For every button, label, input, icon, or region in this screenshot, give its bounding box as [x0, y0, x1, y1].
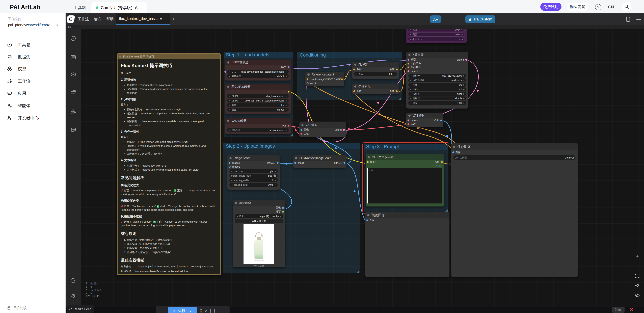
help-icon[interactable]: ? [595, 4, 602, 10]
model-library-icon[interactable] [70, 71, 77, 78]
port-unet-widget-in[interactable] [224, 71, 226, 73]
comfyui-logo[interactable]: C [67, 16, 75, 23]
pai-artlab-logo[interactable]: PAI ArtLab [10, 4, 40, 11]
batch-count-stepper[interactable]: ^ 1 [200, 308, 202, 313]
node-clip-text-encode[interactable]: CLIP文本编码器 CLIP 条件 ○ ⚙ ◧ [366, 154, 444, 206]
node-load-image[interactable]: 加载图像 图像 遮罩 ◀图像output (2) (1).webp▶ 选择文件上… [233, 200, 285, 267]
widget-clip-type[interactable]: ◀类型flux▶ [227, 103, 289, 107]
widget-sampler[interactable]: ◀采样器euler▶ [408, 92, 466, 96]
port-latent-out[interactable] [343, 129, 345, 131]
widget-scheduler[interactable]: ◀调度器simple▶ [408, 96, 466, 100]
collapse-dot[interactable] [230, 157, 232, 159]
user-avatar[interactable] [622, 2, 631, 12]
port-model-in[interactable] [408, 59, 410, 60]
port-vae-out[interactable] [288, 125, 290, 126]
node-flux-guidance[interactable]: Flux引导 条件 条件 ◀ 引导 2.5▶ [352, 62, 399, 79]
paicustom-button[interactable]: PaiCustom [466, 16, 495, 23]
sidebar-item-developer-center[interactable]: 开发者中心 [0, 112, 66, 123]
menu-workflow[interactable]: 工作流 [78, 16, 89, 22]
run-button[interactable]: ▷ 运行 ∨ [168, 307, 197, 313]
gallery-icon[interactable] [70, 126, 77, 134]
collapse-dot[interactable] [295, 157, 297, 159]
node-unet-loader[interactable]: UNET加载器 模型 ◀U ... flux1-dev-kontext_fp8_… [225, 60, 291, 80]
widget-image-file[interactable]: ◀图像output (2) (1).webp▶ [235, 214, 283, 218]
node-vae-encode[interactable]: VAE编码 图像 Latent VAE [299, 122, 346, 137]
widget-seed[interactable]: ◀随机种880751274216292▶ [408, 74, 466, 78]
collapse-dot[interactable] [453, 146, 455, 148]
translate-button[interactable]: 文A [430, 16, 441, 23]
close-feed-icon[interactable]: × [628, 306, 635, 313]
widget-control-after-generate[interactable]: ◀运行后操作randomize▶ [408, 78, 466, 82]
port-image-out[interactable] [440, 120, 442, 121]
drag-handle[interactable]: ⋮⋮ [158, 309, 165, 313]
widget-vae-name[interactable]: ◀vae名称ae.safetensors▶ [227, 128, 289, 132]
port-conditioning-out[interactable] [341, 78, 343, 80]
cancel-run-icon[interactable]: × [205, 308, 208, 313]
widget-filename-prefix[interactable]: 文件名前缀 ComfyUI [453, 155, 576, 160]
menu-help[interactable]: 帮助 [106, 16, 114, 22]
widget-height[interactable]: ◀高度1024▶ [408, 32, 465, 36]
gear-icon[interactable]: ⚙ [436, 164, 438, 167]
menu-edit[interactable]: 编辑 [94, 16, 101, 22]
node-image-stitch[interactable]: Image Stitch image1 IMAGE image2 ◀direct… [228, 155, 280, 190]
node-preview-image[interactable]: 预览图像 图像 [365, 212, 450, 277]
upload-button[interactable]: 选择文件上传 [235, 219, 283, 223]
sidebar-item-dataset[interactable]: 数据集 [0, 52, 66, 62]
port-image-out[interactable] [277, 162, 278, 164]
widget-device[interactable]: ◀设备default▶ [227, 108, 289, 112]
collapse-dot[interactable] [235, 202, 237, 204]
widget-spacing-color[interactable]: ◀spacing_colorwhite▶ [230, 183, 278, 187]
port-image-in[interactable] [452, 152, 454, 153]
widget-clip2[interactable]: ◀CLIP2t5xxl_fp8_e4m3fn_scaled.safetensor… [227, 99, 289, 102]
collapse-dot[interactable] [308, 74, 310, 76]
queue-box-icon[interactable] [210, 309, 215, 313]
port-vae-in[interactable] [300, 133, 302, 134]
collapse-dot[interactable] [227, 120, 230, 122]
port-image-in[interactable] [300, 129, 302, 131]
port-cond-in[interactable] [353, 90, 355, 92]
widget-match-image-size[interactable]: match_image_sizetrue [230, 174, 278, 178]
new-workflow-button[interactable]: + [172, 16, 175, 22]
collapse-dot[interactable] [354, 64, 356, 66]
zoom-out-button[interactable]: − [633, 262, 641, 270]
widget-steps[interactable]: ◀步数20▶ [408, 83, 466, 87]
widget-batch-size[interactable]: ◀批次大小1▶ [408, 37, 465, 42]
node-map-icon[interactable] [70, 107, 77, 115]
tab-toolbox[interactable]: 工具箱 [74, 5, 86, 10]
sidebar-item-apps[interactable]: 应用 [0, 88, 66, 99]
workflow-tab[interactable]: flux_kontext_dev_bas... [116, 14, 170, 25]
tab-comfyui[interactable]: ComfyUI (专享版) [92, 2, 147, 14]
collapse-dot[interactable] [368, 156, 370, 158]
queue-icon[interactable] [70, 53, 77, 61]
workspace-selector[interactable]: pai_pfo63vwarwndif0mbz ∨ [8, 23, 58, 27]
fit-view-button[interactable] [633, 272, 641, 280]
widget-direction[interactable]: ◀directionright▶ [230, 169, 278, 173]
collapse-dot[interactable] [227, 86, 230, 88]
user-agreement-link[interactable]: 用户协议 [7, 306, 27, 310]
port-cond-out[interactable] [441, 161, 443, 163]
theme-moon-icon[interactable] [70, 277, 77, 284]
port-image-in[interactable] [366, 220, 368, 221]
settings-gear-icon[interactable]: ⚙ [70, 292, 77, 300]
node-save-image[interactable]: 保存图像 图像 文件名前缀 ComfyUI [451, 144, 578, 277]
port-latent-in[interactable] [408, 70, 410, 72]
port-positive-in[interactable] [408, 62, 410, 64]
circle-icon[interactable]: ○ [432, 164, 434, 167]
port-cond-out[interactable] [396, 90, 398, 92]
history-icon[interactable] [70, 35, 77, 42]
sidebar-item-workflows[interactable]: 工作流 [0, 76, 66, 86]
port-negative-in[interactable] [408, 66, 410, 68]
port-model-out[interactable] [288, 66, 290, 68]
node-flux-kontext-image-scale[interactable]: FluxKontextImageScale image IMAGE [293, 155, 346, 168]
language-switch[interactable]: CN [608, 5, 614, 10]
port-conditioning-in[interactable] [306, 78, 308, 80]
port-mask-out[interactable] [282, 211, 284, 212]
collapse-dot[interactable] [301, 124, 304, 126]
collapse-dot[interactable] [227, 62, 230, 64]
widget-weight-dtype[interactable]: ◀ 剪枝类型 default▶ [227, 74, 289, 78]
note-node[interactable]: Flux Kontext 提示词技巧 Flux Kontext 提示词技巧 使用… [117, 53, 221, 275]
widget-unet-name[interactable]: ◀U ... flux1-dev-kontext_fp8_scaled.safe… [227, 70, 289, 74]
sidebar-item-models[interactable]: 模型 [0, 64, 66, 74]
port-cond-out[interactable] [396, 68, 398, 70]
widget-denoise[interactable]: ◀降噪1.00▶ [408, 101, 466, 105]
